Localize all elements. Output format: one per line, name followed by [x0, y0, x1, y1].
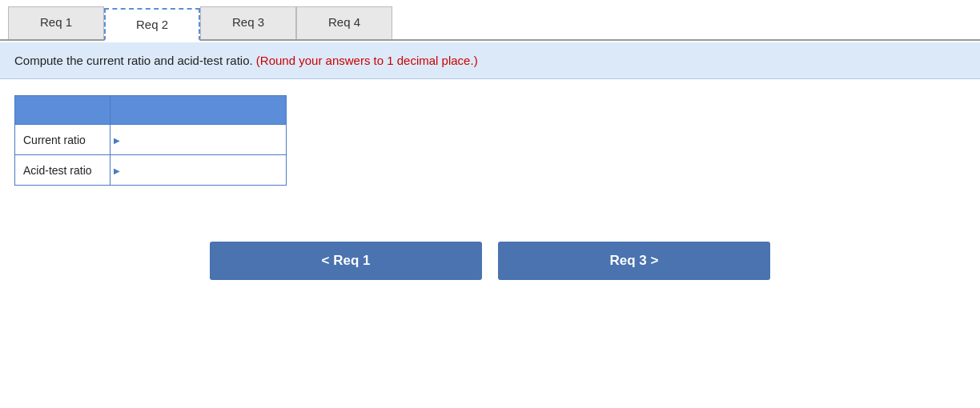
table-header-value — [110, 96, 286, 125]
next-button[interactable]: Req 3 > — [498, 242, 770, 280]
current-ratio-input[interactable] — [114, 134, 283, 146]
instruction-highlight: (Round your answers to 1 decimal place.) — [256, 54, 478, 67]
current-ratio-input-cell[interactable] — [110, 125, 286, 155]
tab-req4[interactable]: Req 4 — [296, 6, 392, 39]
tab-req1[interactable]: Req 1 — [8, 6, 104, 39]
tab-req3[interactable]: Req 3 — [200, 6, 296, 39]
acid-test-ratio-input-cell[interactable] — [110, 155, 286, 186]
ratio-table: Current ratio Acid-test ratio — [14, 95, 287, 186]
current-ratio-label: Current ratio — [15, 125, 110, 155]
instruction-main: Compute the current ratio and acid-test … — [14, 54, 253, 67]
main-content: Current ratio Acid-test ratio — [0, 79, 980, 202]
acid-test-ratio-input[interactable] — [114, 164, 283, 177]
prev-button[interactable]: < Req 1 — [210, 242, 482, 280]
nav-buttons: < Req 1 Req 3 > — [0, 242, 980, 280]
tab-req2[interactable]: Req 2 — [104, 8, 200, 41]
table-header-label — [15, 96, 110, 125]
tabs-container: Req 1 Req 2 Req 3 Req 4 — [0, 0, 980, 41]
instruction-banner: Compute the current ratio and acid-test … — [0, 42, 980, 79]
acid-test-ratio-label: Acid-test ratio — [15, 155, 110, 186]
table-row: Acid-test ratio — [15, 155, 287, 186]
table-row: Current ratio — [15, 125, 287, 155]
